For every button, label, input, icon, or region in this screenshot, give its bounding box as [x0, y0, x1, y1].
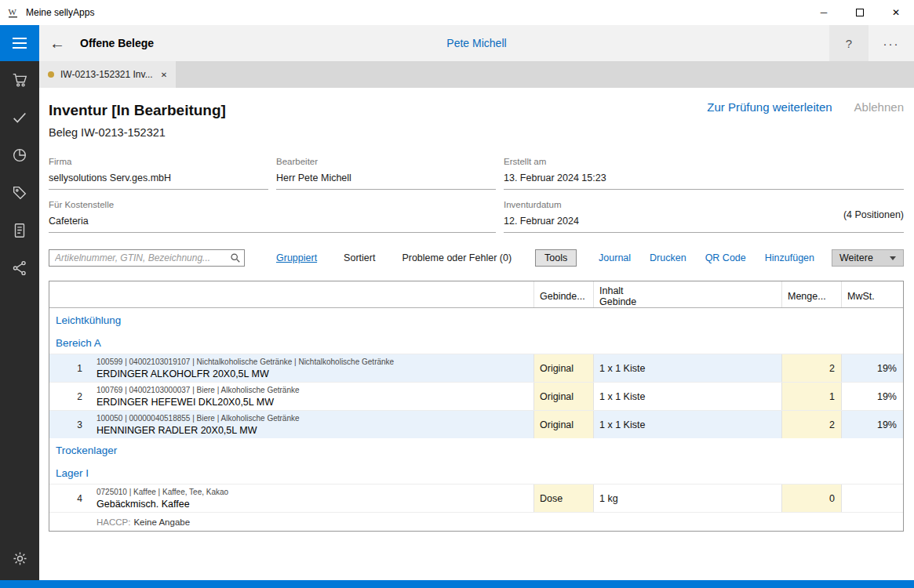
field-value: Cafeteria	[49, 216, 496, 227]
gebinde-cell[interactable]: Dose	[533, 485, 593, 512]
back-arrow-icon: ←	[49, 34, 65, 53]
sidebar-item-cart[interactable]	[0, 61, 39, 99]
hamburger-icon	[13, 34, 27, 52]
problems-filter[interactable]: Probleme oder Fehler (0)	[402, 252, 512, 263]
header-menge[interactable]: Menge...	[781, 281, 841, 307]
svg-text:W: W	[9, 7, 17, 16]
tab-label: IW-0213-152321 Inv...	[60, 69, 153, 80]
row-number: 3	[49, 411, 89, 438]
window-titlebar: W Meine sellyApps ─ ✕	[0, 0, 914, 25]
table-row[interactable]: 2 100769 | 04002103000037 | Biere | Alko…	[49, 382, 903, 410]
sidebar-spacer	[0, 287, 39, 539]
mwst-cell: 19%	[841, 383, 903, 410]
sidebar-item-reports[interactable]	[0, 136, 39, 174]
fields-row-1: Firma sellysolutions Serv.ges.mbH Bearbe…	[49, 156, 904, 190]
search-icon[interactable]	[230, 252, 241, 263]
appbar-more-button[interactable]: ···	[868, 25, 914, 61]
inhalt-cell: 1 kg	[593, 485, 781, 512]
field-value: 13. Februar 2024 15:23	[504, 172, 904, 184]
row-number: 1	[49, 354, 89, 382]
close-icon: ✕	[892, 7, 900, 18]
sidebar-item-journal[interactable]	[0, 212, 39, 249]
header-number	[49, 281, 89, 307]
article-cell: 100769 | 04002103000037 | Biere | Alkoho…	[89, 383, 533, 410]
gebinde-cell[interactable]: Original	[533, 411, 593, 438]
field-label: Für Kostenstelle	[49, 199, 496, 210]
field-firma: Firma sellysolutions Serv.ges.mbH	[49, 156, 268, 190]
haccp-note-label: HACCP:	[96, 517, 130, 527]
sorted-toggle[interactable]: Sortiert	[344, 252, 375, 263]
document-content: Inventur [In Bearbeitung] Zur Prüfung we…	[39, 88, 914, 580]
document-title: Inventur [In Bearbeitung]	[49, 100, 226, 121]
menge-cell[interactable]: 2	[781, 411, 841, 438]
tab-close-icon[interactable]: ✕	[161, 71, 167, 79]
sidebar-item-share[interactable]	[0, 249, 39, 287]
article-cell: 100599 | 04002103019107 | Nichtalkoholis…	[89, 354, 533, 382]
more-dropdown-label: Weitere	[839, 252, 873, 263]
subgroup-header-lager-i[interactable]: Lager I	[49, 461, 903, 484]
group-header-leichtkuehlung[interactable]: Leichtkühlung	[49, 308, 903, 331]
help-button[interactable]: ?	[829, 25, 868, 61]
sidebar-item-tasks[interactable]	[0, 99, 39, 136]
list-toolbar: Gruppiert Sortiert Probleme oder Fehler …	[49, 249, 904, 267]
positions-table: Gebinde... Inhalt Gebinde Menge... MwSt.…	[49, 281, 904, 532]
grouped-toggle[interactable]: Gruppiert	[276, 252, 317, 263]
mwst-cell: 19%	[841, 411, 903, 438]
tools-button[interactable]: Tools	[535, 249, 577, 267]
minimize-button[interactable]: ─	[806, 0, 842, 25]
reject-button[interactable]: Ablehnen	[854, 100, 904, 114]
subgroup-header-bereich-a[interactable]: Bereich A	[49, 331, 903, 354]
header-inhalt-gebinde[interactable]: Inhalt Gebinde	[593, 281, 781, 307]
back-button[interactable]: ←	[39, 25, 75, 61]
tag-icon	[11, 184, 28, 201]
cart-icon	[11, 71, 28, 89]
settings-gear-icon	[12, 550, 28, 567]
header-gebinde[interactable]: Gebinde...	[533, 281, 593, 307]
field-erstellt-am: Erstellt am 13. Februar 2024 15:23	[504, 156, 904, 190]
field-value: Herr Pete Michell	[276, 172, 496, 184]
sidebar-item-prices[interactable]	[0, 174, 39, 212]
inhalt-cell: 1 x 1 Kiste	[593, 354, 781, 382]
article-name: Gebäckmisch. Kaffee	[96, 498, 533, 510]
field-label: Erstellt am	[504, 156, 904, 167]
subgroup-header-label: Bereich A	[56, 337, 101, 349]
menge-cell[interactable]: 1	[781, 383, 841, 410]
table-row[interactable]: 1 100599 | 04002103019107 | Nichtalkohol…	[49, 354, 903, 382]
forward-for-review-button[interactable]: Zur Prüfung weiterleiten	[707, 100, 832, 114]
row-number: 4	[49, 485, 89, 512]
journal-link[interactable]: Journal	[599, 252, 631, 263]
article-meta: 100769 | 04002103000037 | Biere | Alkoho…	[96, 385, 533, 395]
article-cell: 100050 | 00000040518855 | Biere | Alkoho…	[89, 411, 533, 438]
article-name: ERDINGER HEFEWEI DKL20X0,5L MW	[96, 396, 533, 408]
group-header-label: Leichtkühlung	[56, 314, 121, 326]
menu-button[interactable]	[0, 25, 39, 61]
article-meta: 100599 | 04002103019107 | Nichtalkoholis…	[96, 357, 533, 367]
gebinde-cell[interactable]: Original	[533, 354, 593, 382]
close-button[interactable]: ✕	[878, 0, 914, 25]
table-row[interactable]: 3 100050 | 00000040518855 | Biere | Alko…	[49, 410, 903, 438]
search-input[interactable]	[49, 249, 245, 267]
gebinde-cell[interactable]: Original	[533, 383, 593, 410]
add-link[interactable]: Hinzufügen	[765, 252, 814, 263]
row-number: 2	[49, 383, 89, 410]
tab-inventur[interactable]: IW-0213-152321 Inv... ✕	[39, 61, 176, 88]
window-title: Meine sellyApps	[26, 7, 94, 18]
table-header-row: Gebinde... Inhalt Gebinde Menge... MwSt.	[49, 281, 903, 308]
header-mwst[interactable]: MwSt.	[841, 281, 903, 307]
group-header-label: Trockenlager	[56, 445, 117, 456]
field-label: Inventurdatum	[504, 199, 904, 210]
table-row[interactable]: 4 0725010 | Kaffee | Kaffee, Tee, Kakao …	[49, 484, 903, 512]
maximize-button[interactable]	[842, 0, 878, 25]
group-header-trockenlager[interactable]: Trockenlager	[49, 438, 903, 461]
ellipsis-icon: ···	[883, 37, 900, 50]
document-actions: Zur Prüfung weiterleiten Ablehnen	[707, 100, 904, 114]
fields-row-2: Für Kostenstelle Cafeteria Inventurdatum…	[49, 199, 904, 233]
field-label: Bearbeiter	[276, 156, 496, 167]
more-dropdown-button[interactable]: Weitere	[832, 249, 904, 267]
help-icon: ?	[846, 37, 852, 50]
menge-cell[interactable]: 0	[781, 485, 841, 512]
print-link[interactable]: Drucken	[650, 252, 686, 263]
menge-cell[interactable]: 2	[781, 354, 841, 382]
sidebar-item-settings[interactable]	[0, 539, 39, 577]
qr-code-link[interactable]: QR Code	[705, 252, 746, 263]
